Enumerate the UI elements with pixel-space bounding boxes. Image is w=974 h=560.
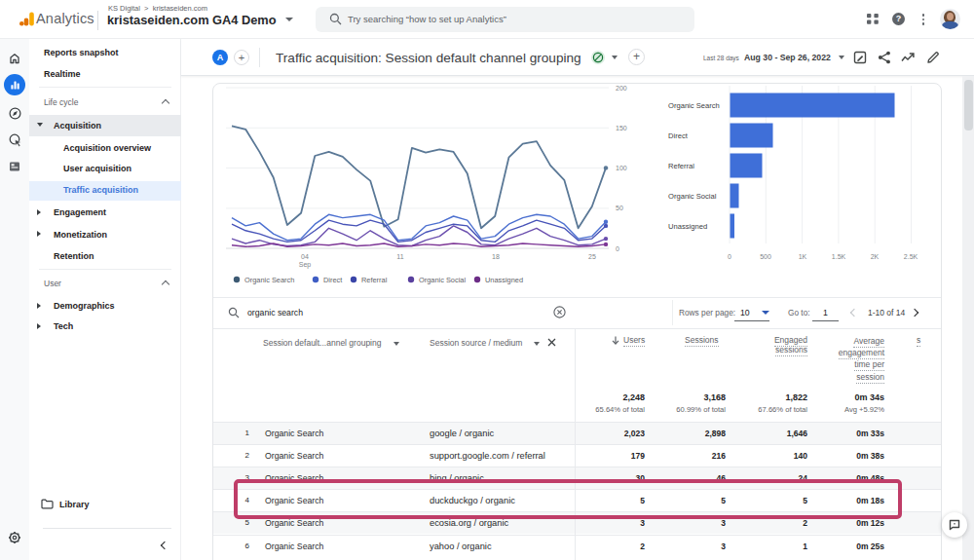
- svg-text:Sep: Sep: [299, 261, 312, 269]
- svg-text:Unassigned: Unassigned: [485, 276, 523, 284]
- svg-text:25: 25: [588, 253, 596, 260]
- svg-text:Direct: Direct: [668, 131, 689, 140]
- svg-text:Referral: Referral: [668, 162, 694, 170]
- svg-text:Direct: Direct: [323, 276, 342, 284]
- svg-text:Organic Search: Organic Search: [668, 101, 720, 110]
- svg-text:0: 0: [616, 245, 619, 252]
- svg-text:200: 200: [616, 85, 627, 92]
- svg-text:500: 500: [760, 253, 771, 260]
- svg-text:Organic Social: Organic Social: [419, 276, 466, 284]
- svg-text:Unassigned: Unassigned: [668, 222, 707, 231]
- svg-text:100: 100: [616, 165, 627, 171]
- svg-text:50: 50: [616, 205, 623, 211]
- svg-text:1K: 1K: [799, 253, 807, 260]
- svg-text:11: 11: [396, 253, 403, 260]
- svg-text:2.5K: 2.5K: [904, 253, 918, 260]
- svg-text:0: 0: [728, 253, 731, 260]
- svg-text:04: 04: [301, 253, 309, 260]
- svg-text:150: 150: [616, 125, 627, 131]
- svg-text:Organic Search: Organic Search: [244, 276, 294, 284]
- svg-text:18: 18: [492, 253, 500, 260]
- svg-text:Organic Social: Organic Social: [668, 192, 717, 201]
- svg-text:2K: 2K: [871, 253, 880, 260]
- svg-text:Referral: Referral: [361, 276, 388, 284]
- svg-text:1.5K: 1.5K: [832, 253, 846, 260]
